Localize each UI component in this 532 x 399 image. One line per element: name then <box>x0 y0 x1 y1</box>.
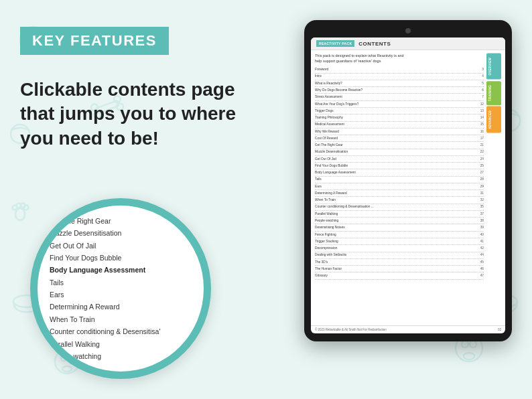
doc-row-label: Trigger Dogs <box>315 108 334 114</box>
doc-row-num: 39 <box>480 225 484 230</box>
doc-row-num: 5 <box>482 81 484 86</box>
doc-row-num: 6 <box>482 88 484 93</box>
doc-body: This pack is designed to explain what Re… <box>311 50 505 325</box>
doc-row: Desensitising Noises39 <box>315 224 484 231</box>
doc-row: Decompression42 <box>315 245 484 252</box>
doc-row: Counter conditioning & Desensitisation .… <box>315 204 484 211</box>
doc-row-num: 31 <box>480 191 484 196</box>
doc-row: What Are Your Dog's Triggers?12 <box>315 101 484 108</box>
doc-row: Tails28 <box>315 177 484 183</box>
doc-row-num: 27 <box>480 170 484 175</box>
doc-row: Ears29 <box>315 183 484 190</box>
doc-reactivity-badge: REACTIVITY PACK <box>316 40 354 47</box>
doc-row-label: Get Out Of Jail <box>315 157 336 162</box>
doc-row: Get Out Of Jail24 <box>315 156 484 163</box>
doc-row-label: Training Philosophy <box>315 115 343 121</box>
doc-row-label: The 3D's <box>315 260 328 265</box>
doc-row: Medical Assessment15 <box>315 122 484 129</box>
doc-row-label: Muzzle Desensitisation <box>315 149 348 155</box>
tab-advanced: ADVANCED <box>486 106 501 133</box>
doc-row-label: Parallel Walking <box>315 212 338 217</box>
doc-row: What is Reactivity?5 <box>315 80 484 87</box>
doc-row: Get The Right Gear21 <box>315 142 484 149</box>
doc-main: This pack is designed to explain what Re… <box>315 54 484 322</box>
headline-text: Clickable contents pagethat jumps you to… <box>20 78 248 151</box>
doc-row: Body Language Assessment27 <box>315 169 484 176</box>
left-section: KEY FEATURES Clickable contents pagethat… <box>20 20 248 151</box>
doc-row-num: 16 <box>480 129 484 135</box>
doc-row: People watching38 <box>315 218 484 224</box>
doc-row-num: 21 <box>480 143 484 148</box>
doc-row-num: 42 <box>480 246 484 251</box>
doc-row: Muzzle Desensitisation22 <box>315 149 484 156</box>
doc-row-label: Find Your Dogs Bubble <box>315 163 348 169</box>
doc-row-num: 32 <box>480 197 484 203</box>
doc-footer-copyright: © 2023 Rebarkable & Ali Smith Not For Re… <box>315 328 387 331</box>
doc-row-num: 35 <box>480 204 484 210</box>
doc-row-num: 3 <box>482 67 484 72</box>
doc-row-label: Glossary <box>315 273 328 278</box>
doc-row-num: 37 <box>480 212 484 217</box>
doc-row-num: 44 <box>480 252 484 258</box>
tablet-screen: REACTIVITY PACK CONTENTS This pack is de… <box>311 37 505 333</box>
doc-row-label: Medical Assessment <box>315 122 344 127</box>
doc-row-label: Counter conditioning & Desensitisation .… <box>315 204 374 210</box>
doc-row: Dealing with Setbacks44 <box>315 252 484 259</box>
tab-training: TRAINING <box>486 81 501 105</box>
doc-row-label: Intro <box>315 74 322 79</box>
doc-row-num: 7 <box>482 94 484 100</box>
doc-row-label: Stress Assessment <box>315 94 342 100</box>
doc-row-label: When To Train <box>315 197 336 203</box>
doc-row: Parallel Walking37 <box>315 211 484 218</box>
tablet-frame: REACTIVITY PACK CONTENTS This pack is de… <box>304 20 512 341</box>
doc-row-num: 40 <box>480 232 484 238</box>
doc-row-num: 38 <box>480 218 484 224</box>
doc-row: Find Your Dogs Bubble25 <box>315 163 484 169</box>
doc-row: Stress Assessment7 <box>315 94 484 100</box>
doc-row-num: 29 <box>480 184 484 189</box>
doc-row-label: Foreword <box>315 67 328 72</box>
doc-row-label: Why We Reward <box>315 129 339 135</box>
doc-row-label: Cost Of Reward <box>315 136 338 141</box>
main-container: KEY FEATURES Clickable contents pagethat… <box>0 0 532 399</box>
doc-row-num: 22 <box>480 149 484 155</box>
doc-row: Glossary47 <box>315 272 484 279</box>
doc-intro-text: This pack is designed to explain what Re… <box>315 54 484 64</box>
doc-row: Why We Reward16 <box>315 129 484 135</box>
doc-row-label: Trigger Stacking <box>315 239 338 244</box>
doc-row: Why Do Dogs Become Reactive?6 <box>315 87 484 94</box>
doc-footer: © 2023 Rebarkable & Ali Smith Not For Re… <box>311 325 505 333</box>
doc-row-label: Why Do Dogs Become Reactive? <box>315 88 362 93</box>
tab-overview: OVERVIEW <box>486 54 501 80</box>
right-section: REACTIVITY PACK CONTENTS This pack is de… <box>304 20 512 341</box>
doc-row: Foreword3 <box>315 66 484 73</box>
doc-row-num: 28 <box>480 177 484 182</box>
doc-row-num: 41 <box>480 239 484 244</box>
doc-row: Intro4 <box>315 74 484 80</box>
doc-row-label: What is Reactivity? <box>315 81 342 86</box>
tablet-camera <box>405 28 411 33</box>
doc-contents-title: CONTENTS <box>358 41 391 47</box>
doc-row-label: Ears <box>315 184 322 189</box>
doc-row-label: Fence Fighting <box>315 232 336 238</box>
doc-row-num: 45 <box>480 260 484 265</box>
doc-rows-container: Foreword3Intro4What is Reactivity?5Why D… <box>315 66 484 279</box>
doc-row-num: 47 <box>480 273 484 278</box>
doc-row-label: Dealing with Setbacks <box>315 252 346 258</box>
doc-row: Fence Fighting40 <box>315 232 484 238</box>
doc-row-num: 15 <box>480 122 484 127</box>
doc-row-label: What Are Your Dog's Triggers? <box>315 102 358 107</box>
doc-row-num: 25 <box>480 163 484 169</box>
doc-row-label: Decompression <box>315 246 337 251</box>
doc-row-num: 12 <box>480 102 484 107</box>
doc-row: Training Philosophy14 <box>315 114 484 121</box>
key-features-badge: KEY FEATURES <box>20 27 169 55</box>
doc-row-num: 14 <box>480 115 484 121</box>
doc-row-num: 17 <box>480 136 484 141</box>
doc-footer-page: 02 <box>498 328 501 331</box>
doc-row-label: Determining A Reward <box>315 191 347 196</box>
doc-row: Trigger Stacking41 <box>315 238 484 245</box>
doc-sidebar-tabs: OVERVIEW TRAINING ADVANCED <box>486 54 501 322</box>
doc-row-label: Body Language Assessment <box>315 170 356 175</box>
doc-row-label: Desensitising Noises <box>315 225 345 230</box>
